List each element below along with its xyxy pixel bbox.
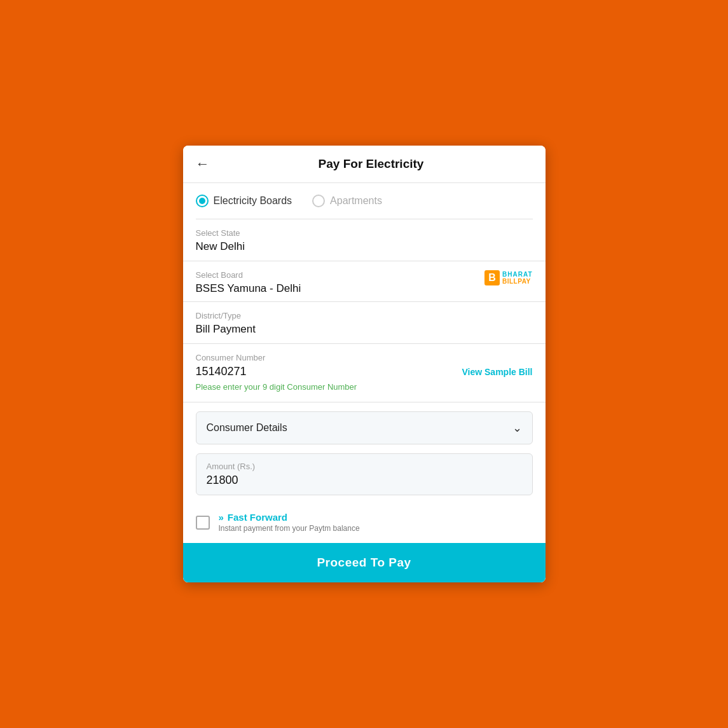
- radio-apartments[interactable]: Apartments: [312, 195, 382, 207]
- radio-label-apartments: Apartments: [330, 195, 382, 207]
- select-state-value: New Delhi: [196, 240, 533, 253]
- district-type-label: District/Type: [196, 311, 533, 320]
- page-title: Pay For Electricity: [210, 157, 533, 171]
- proceed-to-pay-button[interactable]: Proceed To Pay: [183, 543, 546, 582]
- consumer-number-label: Consumer Number: [196, 353, 533, 362]
- fast-forward-section: » Fast Forward Instant payment from your…: [183, 505, 546, 543]
- select-board-value: BSES Yamuna - Delhi: [196, 282, 533, 295]
- district-type-value: Bill Payment: [196, 323, 533, 336]
- select-board-label: Select Board: [196, 270, 533, 280]
- amount-label: Amount (Rs.): [207, 462, 522, 471]
- radio-group: Electricity Boards Apartments: [183, 183, 546, 219]
- bharat-line2: BILLPAY: [502, 278, 532, 285]
- consumer-number-value[interactable]: 15140271: [196, 365, 247, 378]
- consumer-number-line: 15140271 View Sample Bill: [196, 365, 533, 378]
- view-sample-bill-button[interactable]: View Sample Bill: [462, 367, 532, 377]
- fast-forward-checkbox[interactable]: [196, 516, 210, 530]
- amount-field[interactable]: Amount (Rs.) 21800: [196, 453, 533, 495]
- radio-circle-apartments: [312, 195, 325, 207]
- consumer-details-dropdown[interactable]: Consumer Details ⌄: [196, 411, 533, 444]
- back-button[interactable]: ←: [196, 156, 210, 172]
- fast-forward-label: Fast Forward: [228, 512, 287, 523]
- bharat-b-icon: B: [484, 270, 500, 285]
- select-state-field[interactable]: Select State New Delhi: [183, 219, 546, 261]
- consumer-details-label: Consumer Details: [207, 422, 287, 434]
- chevron-down-icon: ⌄: [512, 421, 522, 435]
- phone-card: ← Pay For Electricity Electricity Boards…: [183, 146, 546, 582]
- fast-forward-subtitle: Instant payment from your Paytm balance: [219, 524, 360, 533]
- bharat-line1: BHARAT: [502, 271, 532, 278]
- fast-forward-arrows-icon: »: [219, 512, 224, 523]
- bharat-logo-text: BHARAT BILLPAY: [502, 271, 532, 285]
- radio-label-electricity: Electricity Boards: [214, 195, 292, 207]
- amount-value: 21800: [207, 474, 522, 487]
- bharat-billpay-logo: B BHARAT BILLPAY: [484, 270, 532, 285]
- radio-electricity-boards[interactable]: Electricity Boards: [196, 195, 292, 207]
- fast-forward-content: » Fast Forward Instant payment from your…: [219, 512, 360, 533]
- district-type-field[interactable]: District/Type Bill Payment: [183, 302, 546, 344]
- fast-forward-title: » Fast Forward: [219, 512, 360, 523]
- content: Electricity Boards Apartments Select Sta…: [183, 183, 546, 582]
- select-state-label: Select State: [196, 228, 533, 238]
- consumer-number-section: Consumer Number 15140271 View Sample Bil…: [183, 344, 546, 402]
- header: ← Pay For Electricity: [183, 146, 546, 183]
- select-board-field[interactable]: Select Board BSES Yamuna - Delhi B BHARA…: [183, 261, 546, 302]
- consumer-number-hint: Please enter your 9 digit Consumer Numbe…: [196, 382, 533, 398]
- radio-circle-electricity: [196, 195, 209, 207]
